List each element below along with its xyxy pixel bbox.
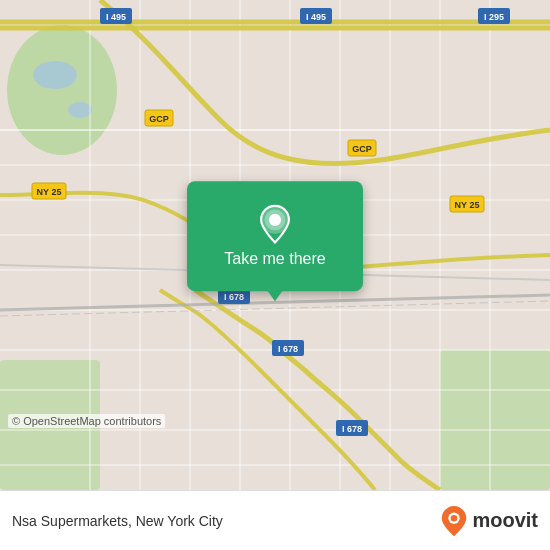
svg-point-54: [451, 514, 458, 521]
svg-text:I 678: I 678: [278, 344, 298, 354]
svg-text:I 678: I 678: [342, 424, 362, 434]
map-container: I 495 I 495 I 295 GCP GCP NY 25 NY 25 I …: [0, 0, 550, 490]
svg-text:I 295: I 295: [484, 12, 504, 22]
bottom-bar: Nsa Supermarkets, New York City moovit: [0, 490, 550, 550]
svg-text:NY 25: NY 25: [455, 200, 480, 210]
location-pin-icon: [255, 204, 295, 244]
location-label: Nsa Supermarkets, New York City: [12, 513, 440, 529]
svg-text:GCP: GCP: [352, 144, 372, 154]
svg-text:I 495: I 495: [106, 12, 126, 22]
svg-text:NY 25: NY 25: [37, 187, 62, 197]
take-me-there-button[interactable]: Take me there: [224, 250, 325, 268]
moovit-pin-icon: [440, 505, 468, 537]
svg-text:I 678: I 678: [224, 292, 244, 302]
moovit-brand-text: moovit: [472, 509, 538, 532]
svg-point-52: [269, 214, 281, 226]
svg-point-3: [68, 102, 92, 118]
copyright-text: © OpenStreetMap contributors: [8, 414, 165, 428]
svg-text:I 495: I 495: [306, 12, 326, 22]
svg-point-1: [7, 25, 117, 155]
svg-text:GCP: GCP: [149, 114, 169, 124]
svg-rect-4: [440, 350, 550, 490]
svg-point-2: [33, 61, 77, 89]
popup-overlay: Take me there: [187, 181, 363, 291]
moovit-logo: moovit: [440, 505, 538, 537]
popup-card[interactable]: Take me there: [187, 181, 363, 291]
